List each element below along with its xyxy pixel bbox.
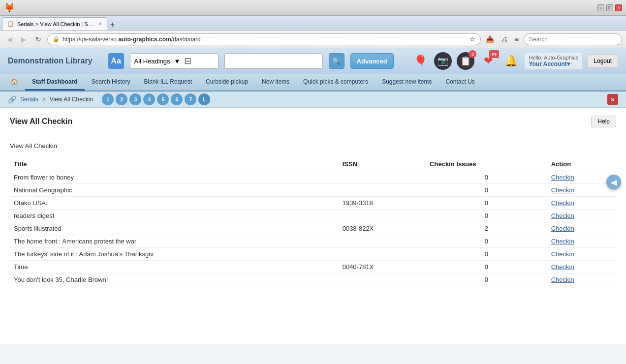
forward-nav-btn[interactable]: ▶ <box>18 34 30 44</box>
your-account-link[interactable]: Your Account▾ <box>529 61 569 67</box>
active-tab[interactable]: 📋 Serials > View All Checkin | SWL × <box>2 17 107 30</box>
checkin-link[interactable]: Checkin <box>551 250 574 258</box>
table-row: Time.0040-781X0Checkin <box>10 261 616 273</box>
page-nums: 1 2 3 4 5 6 7 L <box>102 93 210 105</box>
cell-checkin-issues: 0 <box>426 210 547 222</box>
cell-title: Sports illustrated <box>10 222 339 235</box>
nav-item-quick-picks[interactable]: Quick picks & computers <box>296 74 375 91</box>
page-3[interactable]: 3 <box>129 93 141 105</box>
hello-text: Hello, Auto-Graphics <box>529 55 578 61</box>
nav-item-staff-dashboard[interactable]: Staff Dashboard <box>25 74 85 91</box>
help-btn[interactable]: Help <box>591 116 616 127</box>
cell-issn <box>339 273 426 286</box>
page-7[interactable]: 7 <box>185 93 196 105</box>
cell-title: From flower to honey <box>10 171 339 184</box>
cell-issn <box>339 171 426 184</box>
nav-home-icon[interactable]: 🏠 <box>4 74 25 91</box>
cell-title: The turkeys' side of it : Adam Joshua's … <box>10 248 339 261</box>
checkin-link[interactable]: Checkin <box>551 199 574 207</box>
table-row: From flower to honey0Checkin <box>10 171 616 184</box>
cell-action: Checkin <box>547 184 616 197</box>
maximize-btn[interactable]: □ <box>606 4 613 11</box>
breadcrumb-sep: > <box>42 96 46 103</box>
dropdown-label: All Headings <box>134 58 170 65</box>
checkin-link[interactable]: Checkin <box>551 212 574 219</box>
cell-action: Checkin <box>547 222 616 235</box>
page-title: View All Checkin <box>10 117 72 126</box>
cell-checkin-issues: 0 <box>426 248 547 261</box>
bell-icon: 🔔 <box>502 52 520 70</box>
page-5[interactable]: 5 <box>157 93 169 105</box>
logout-btn[interactable]: Logout <box>587 54 618 68</box>
table-row: readers digest0Checkin <box>10 210 616 222</box>
print-icon[interactable]: 🖨 <box>499 34 510 44</box>
heart-btn[interactable]: ❤ F9 <box>479 52 497 70</box>
nav-item-contact[interactable]: Contact Us <box>439 74 482 91</box>
page-1[interactable]: 1 <box>102 93 114 105</box>
checkin-link[interactable]: Checkin <box>551 276 574 283</box>
balloon-btn[interactable]: 🎈 <box>411 52 429 70</box>
page-4[interactable]: 4 <box>143 93 155 105</box>
minimize-btn[interactable]: − <box>597 4 604 11</box>
page-6[interactable]: 6 <box>171 93 183 105</box>
checkin-link[interactable]: Checkin <box>551 238 574 245</box>
bell-btn[interactable]: 🔔 <box>502 52 520 70</box>
nav-item-suggest[interactable]: Suggest new items <box>375 74 438 91</box>
col-issn: ISSN <box>339 157 426 171</box>
table-row: The home front : Americans protest the w… <box>10 235 616 248</box>
breadcrumb-bar: 🔗 Serials > View All Checkin 1 2 3 4 5 6… <box>0 91 626 108</box>
reload-btn[interactable]: ↻ <box>32 34 44 44</box>
cell-action: Checkin <box>547 261 616 273</box>
breadcrumb-serials[interactable]: Serials <box>20 96 38 103</box>
window-controls: − □ × <box>597 4 622 11</box>
tab-close-btn[interactable]: × <box>99 21 102 27</box>
search-dropdown[interactable]: All Headings ▼ ⊟ <box>130 53 219 69</box>
table-row: The turkeys' side of it : Adam Joshua's … <box>10 248 616 261</box>
pocket-icon[interactable]: 📥 <box>484 34 496 44</box>
checkin-table: Title ISSN Checkin Issues Action From fl… <box>10 157 616 286</box>
search-go-btn[interactable]: 🔍 <box>329 53 344 69</box>
cell-title: Otaku USA. <box>10 197 339 210</box>
tab-bar: 📋 Serials > View All Checkin | SWL × + <box>0 16 626 30</box>
browser-search-input[interactable] <box>524 33 622 45</box>
cell-checkin-issues: 0 <box>426 184 547 197</box>
nav-item-search-history[interactable]: Search History <box>85 74 137 91</box>
close-btn[interactable]: × <box>615 4 622 11</box>
back-btn[interactable]: ◀ <box>606 175 621 189</box>
col-action: Action <box>547 157 616 171</box>
back-nav-btn[interactable]: ◀ <box>4 34 15 44</box>
table-row: National Geographic0Checkin <box>10 184 616 197</box>
table-row: Otaku USA.1939-33180Checkin <box>10 197 616 210</box>
nav-item-new-items[interactable]: New items <box>255 74 296 91</box>
library-name: Demonstration Library <box>8 57 93 65</box>
main-search-input[interactable] <box>224 53 323 69</box>
menu-icon[interactable]: ≡ <box>513 34 521 44</box>
breadcrumb-close-btn[interactable]: × <box>607 94 618 105</box>
cell-issn: 0038-822X <box>339 222 426 235</box>
checkin-link[interactable]: Checkin <box>551 186 574 194</box>
address-bar[interactable]: 🔒 https://qa-swls-verso.auto-graphics.co… <box>47 33 481 45</box>
nav-item-blank-ill[interactable]: Blank ILL Request <box>137 74 199 91</box>
new-tab-btn[interactable]: + <box>107 20 118 29</box>
cell-action: Checkin <box>547 210 616 222</box>
list-btn[interactable]: 📋 3 <box>457 52 474 70</box>
cell-checkin-issues: 0 <box>426 197 547 210</box>
cell-checkin-issues: 0 <box>426 273 547 286</box>
checkin-link[interactable]: Checkin <box>551 174 574 181</box>
cell-checkin-issues: 0 <box>426 235 547 248</box>
advanced-search-btn[interactable]: Advanced <box>350 53 394 69</box>
camera-btn[interactable]: 📷 <box>434 52 452 70</box>
cell-checkin-issues: 0 <box>426 261 547 273</box>
nav-icons: 📥 🖨 ≡ <box>484 34 521 44</box>
page-2[interactable]: 2 <box>116 93 127 105</box>
nav-bar: ◀ ▶ ↻ 🔒 https://qa-swls-verso.auto-graph… <box>0 30 626 48</box>
page-L[interactable]: L <box>198 93 210 105</box>
cell-title: You don't look 35, Charlie Brown! <box>10 273 339 286</box>
header-icons: 🎈 📷 📋 3 ❤ F9 🔔 Hello, Auto-Graphics Your… <box>411 52 618 70</box>
nav-item-curbside[interactable]: Curbside pickup <box>199 74 255 91</box>
checkin-link[interactable]: Checkin <box>551 263 574 271</box>
checkin-link[interactable]: Checkin <box>551 225 574 232</box>
cell-title: readers digest <box>10 210 339 222</box>
search-icon-app: Aa <box>108 53 124 69</box>
bookmark-icon[interactable]: ☆ <box>470 35 475 43</box>
